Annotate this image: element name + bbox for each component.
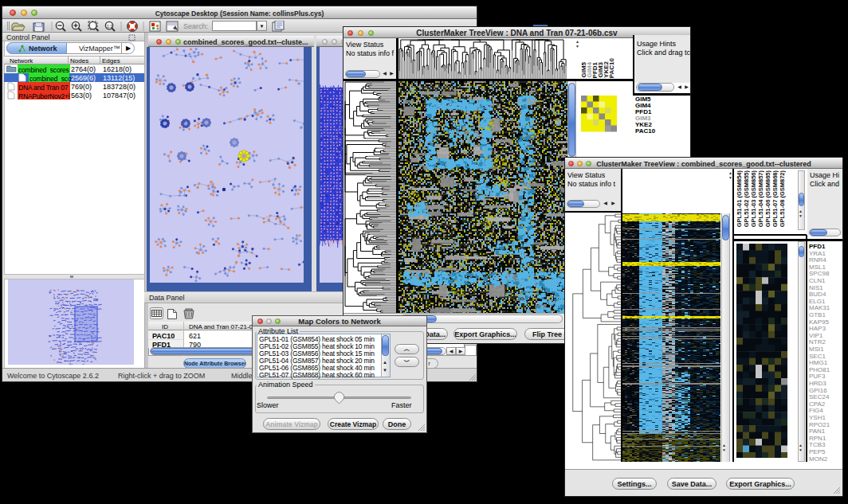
svg-text:1:1: 1:1 bbox=[107, 24, 112, 29]
